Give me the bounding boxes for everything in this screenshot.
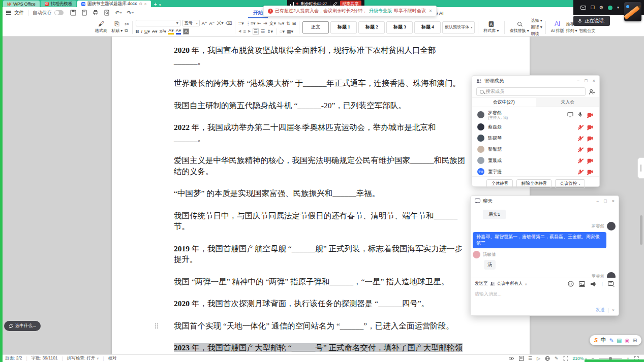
style-heading-4[interactable]: 标题 4 bbox=[414, 21, 441, 34]
window-restore-icon[interactable]: ❐ bbox=[591, 5, 595, 10]
close-notification-icon[interactable]: × bbox=[429, 8, 432, 14]
ai-layout-button[interactable]: AI AI 排版 bbox=[549, 21, 566, 34]
add-member-icon[interactable] bbox=[589, 89, 595, 95]
outline-view-icon[interactable]: ☰ bbox=[528, 356, 532, 361]
select-button[interactable]: 选择 ▾ bbox=[531, 18, 542, 23]
border-button[interactable]: ▦▾ bbox=[287, 29, 293, 34]
paste-button[interactable]: ⎘ 粘贴 ▾ bbox=[109, 21, 125, 34]
sogou-logo[interactable]: S bbox=[594, 337, 598, 343]
maximize-icon[interactable]: □ bbox=[604, 199, 606, 204]
page-view-icon[interactable] bbox=[519, 356, 524, 361]
camera-off-icon[interactable] bbox=[587, 125, 593, 129]
page-indicator[interactable]: 页面: 2/2 bbox=[5, 355, 22, 361]
mic-off-icon[interactable] bbox=[578, 147, 582, 152]
line-break-button[interactable]: ⇋▾ bbox=[278, 21, 284, 26]
increase-font-icon[interactable]: A⁺ bbox=[202, 21, 207, 26]
mic-off-icon[interactable] bbox=[578, 158, 582, 163]
style-normal[interactable]: 正文 bbox=[302, 21, 329, 34]
translate-button[interactable]: 翻译 ▾ bbox=[531, 24, 542, 30]
chat-history-icon[interactable] bbox=[608, 281, 615, 287]
fit-page-icon[interactable] bbox=[563, 356, 568, 361]
underline-button[interactable]: U▾ bbox=[144, 29, 150, 34]
minimize-icon[interactable]: − bbox=[577, 78, 579, 83]
tab-docer-templates[interactable]: 稻 找稻壳模板 bbox=[41, 1, 77, 7]
strikethrough-button[interactable]: A▾ bbox=[152, 29, 158, 34]
meeting-control-button[interactable]: 会议管控▾ bbox=[555, 179, 585, 188]
tab-document[interactable]: W 国庆节主题试题题库.docx ⊙ × bbox=[77, 1, 150, 7]
preset-style-button[interactable]: 默认预设字体 ▾ bbox=[442, 21, 475, 34]
export-pdf-icon[interactable] bbox=[81, 10, 87, 16]
edit-pen-icon[interactable]: ✎ bbox=[555, 356, 559, 361]
text-effects-icon[interactable]: 㐅▾ bbox=[217, 20, 224, 26]
align-right-button[interactable]: ⫸ bbox=[248, 28, 251, 34]
maximize-icon[interactable]: □ bbox=[585, 78, 587, 83]
member-row[interactable]: 董晨成 bbox=[472, 155, 599, 166]
format-painter-button[interactable]: 🖌︎ 格式刷 bbox=[93, 21, 109, 34]
style-heading-3[interactable]: 标题 3 bbox=[386, 21, 413, 34]
doc-paragraph[interactable]: 世界最长的跨海大桥 “港珠澳大桥” 于______年正式通车，连接香港、珠海和澳… bbox=[174, 78, 467, 89]
unmute-all-button[interactable]: 解除全体静音 bbox=[516, 179, 551, 188]
tab-in-meeting[interactable]: 会议中(27) bbox=[472, 98, 536, 107]
camera-off-icon[interactable] bbox=[587, 113, 593, 117]
doc-paragraph[interactable]: 我国传统节日中，与国庆节同属法定节假日的还有春节、清明节、端午节和______节… bbox=[174, 210, 467, 232]
copy-icon[interactable]: ⧉ bbox=[125, 28, 129, 34]
web-view-icon[interactable] bbox=[545, 356, 550, 361]
bold-button[interactable]: B bbox=[136, 28, 139, 34]
keyboard-icon[interactable]: ⊞ bbox=[632, 337, 637, 343]
paragraph-drag-handle[interactable] bbox=[155, 323, 159, 330]
tab-not-joined[interactable]: 未入会 bbox=[536, 98, 600, 107]
close-icon[interactable]: × bbox=[612, 199, 615, 204]
announcement-icon[interactable] bbox=[590, 281, 597, 287]
decrease-indent-button[interactable]: ⇤ bbox=[257, 21, 261, 26]
member-row[interactable]: 陈砚琴 bbox=[472, 133, 599, 144]
font-color-button[interactable]: A▾ bbox=[176, 28, 181, 35]
doc-paragraph[interactable]: 我国自主研制的第五代隐身战斗机 “______-20”，已列装空军部队。 bbox=[174, 100, 467, 111]
mute-all-button[interactable]: 全体静音 bbox=[486, 179, 513, 188]
save-icon[interactable] bbox=[70, 10, 76, 16]
collapse-chevron-icon[interactable]: ▾ bbox=[617, 6, 619, 10]
member-row[interactable]: 罗睿然(主持人, 我) bbox=[472, 108, 599, 121]
numbered-list-button[interactable]: ⋮≡▾ bbox=[246, 21, 256, 26]
new-tab-button[interactable]: + bbox=[154, 1, 157, 7]
doc-paragraph[interactable]: “中国梦” 的本质是实现国家富强、民族振兴和______幸福。 bbox=[174, 188, 467, 199]
asian-layout-button[interactable]: 文▾ bbox=[269, 20, 277, 27]
sort-button[interactable]: ⇅ bbox=[286, 21, 290, 26]
gear-icon[interactable]: ⚙ bbox=[599, 5, 603, 10]
screen-share-icon[interactable] bbox=[567, 110, 573, 119]
menu-icon[interactable] bbox=[6, 12, 11, 13]
upgrade-link[interactable]: 升级专业版 bbox=[369, 8, 392, 14]
font-name-select[interactable]: ▾ bbox=[136, 20, 180, 26]
member-row[interactable]: 宇捷董宇捷 bbox=[472, 166, 599, 176]
align-left-button[interactable]: ⫷ bbox=[238, 28, 241, 34]
camera-off-icon[interactable] bbox=[587, 147, 593, 152]
decrease-font-icon[interactable]: A⁻ bbox=[209, 21, 214, 26]
close-icon[interactable]: × bbox=[593, 78, 595, 83]
camera-off-icon[interactable] bbox=[587, 136, 593, 141]
chinese-mode-icon[interactable]: 中 bbox=[601, 337, 606, 344]
mic-off-icon[interactable] bbox=[578, 136, 582, 141]
italic-button[interactable]: I bbox=[141, 29, 143, 34]
doc-paragraph[interactable]: 2020 年，我国首次探测月球背面，执行该任务的探测器是 “______四号”。 bbox=[174, 298, 467, 309]
mic-icon[interactable] bbox=[578, 110, 582, 119]
mic-off-icon[interactable] bbox=[578, 169, 582, 175]
minimize-icon[interactable]: − bbox=[596, 199, 599, 204]
read-aloud-button[interactable]: 朗读 bbox=[531, 31, 542, 37]
arrange-button[interactable]: 排列 ▾ bbox=[566, 28, 577, 34]
shading-button[interactable]: ◌▾ bbox=[280, 29, 285, 34]
floating-widget[interactable]: 选中什么... bbox=[4, 321, 41, 331]
line-spacing-button[interactable]: ⇕▾ bbox=[267, 29, 273, 34]
font-size-select[interactable]: 五号▾ bbox=[182, 20, 200, 26]
find-replace-button[interactable]: 查找替换 ▾ bbox=[508, 21, 531, 34]
doc-paragraph[interactable]: 我国 “两弹一星” 精神中的 “两弹” 指原子弹和______，“一星” 指人造… bbox=[174, 276, 467, 287]
camera-off-icon[interactable] bbox=[587, 170, 593, 174]
send-button[interactable]: 发送 bbox=[596, 307, 605, 313]
redo-button[interactable]: ↷▾ bbox=[127, 10, 133, 16]
undo-button[interactable]: ↶▾ bbox=[115, 10, 121, 16]
member-search-input[interactable]: 搜索成员 bbox=[476, 87, 586, 96]
close-tab-icon[interactable]: × bbox=[144, 2, 147, 6]
image-icon[interactable] bbox=[579, 281, 585, 287]
spellcheck-toggle[interactable]: 拼写检查: 打开 ∨ bbox=[67, 355, 99, 361]
doc-paragraph[interactable]: 2020 年，我国宣布脱贫攻坚战取得全面胜利，现行标准下农村贫困人口全部____… bbox=[174, 45, 467, 67]
highlight-color-button[interactable]: A▾ bbox=[168, 28, 174, 35]
superscript-button[interactable]: X²▾ bbox=[160, 29, 167, 34]
